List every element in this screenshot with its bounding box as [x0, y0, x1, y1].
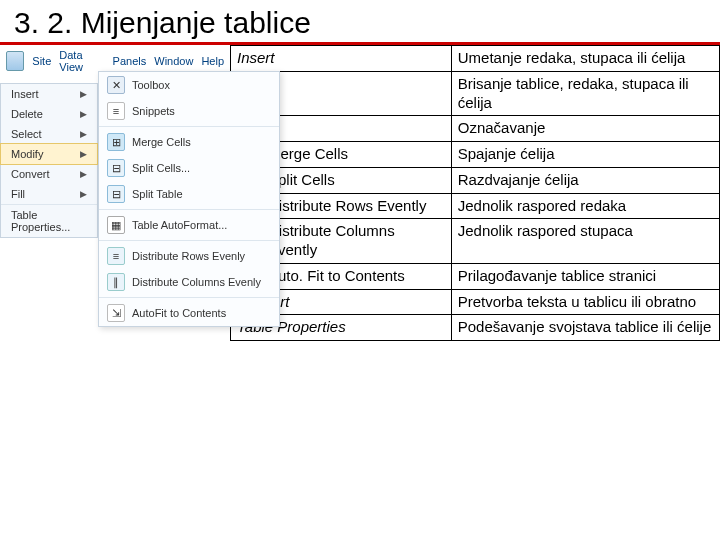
- menu-panels[interactable]: Panels: [113, 55, 147, 67]
- merge-cells-icon: ⊞: [107, 133, 125, 151]
- table-row: Split Cells Razdvajanje ćelija: [231, 167, 720, 193]
- submenu-modify: ✕Toolbox ≡Snippets ⊞Merge Cells ⊟Split C…: [98, 71, 280, 327]
- submenu-snippets[interactable]: ≡Snippets: [99, 98, 279, 124]
- desc-cell: Jednolik raspored redaka: [451, 193, 719, 219]
- chevron-right-icon: ▶: [80, 129, 87, 139]
- content: Site Data View Panels Window Help Insert…: [0, 45, 720, 341]
- table-icon: [6, 51, 24, 71]
- cmd-cell: Distribute Rows Evently: [262, 193, 452, 219]
- snippets-icon: ≡: [107, 102, 125, 120]
- submenu-split-table[interactable]: ⊟Split Table: [99, 181, 279, 207]
- table-row: Modify Merge Cells Spajanje ćelija: [231, 142, 720, 168]
- desc-cell: Brisanje tablice, redaka, stupaca ili će…: [451, 71, 719, 116]
- desc-cell: Pretvorba teksta u tablicu ili obratno: [451, 289, 719, 315]
- page-title: 3. 2. Mijenjanje tablice: [0, 0, 720, 45]
- menu-fill[interactable]: Fill▶: [1, 184, 97, 204]
- chevron-right-icon: ▶: [80, 109, 87, 119]
- chevron-right-icon: ▶: [80, 189, 87, 199]
- desc-cell: Razdvajanje ćelija: [451, 167, 719, 193]
- menu-help[interactable]: Help: [201, 55, 224, 67]
- cols-icon: ∥: [107, 273, 125, 291]
- menu-modify[interactable]: Modify▶: [0, 143, 98, 165]
- desc-cell: Umetanje redaka, stupaca ili ćelija: [451, 46, 719, 72]
- table-row: Auto. Fit to Contents Prilagođavanje tab…: [231, 263, 720, 289]
- desc-cell: Spajanje ćelija: [451, 142, 719, 168]
- cmd-cell: Insert: [231, 46, 452, 72]
- table-row: Insert Umetanje redaka, stupaca ili ćeli…: [231, 46, 720, 72]
- rows-icon: ≡: [107, 247, 125, 265]
- table-row: Select Označavanje: [231, 116, 720, 142]
- submenu-autoformat[interactable]: ▦Table AutoFormat...: [99, 212, 279, 238]
- desc-cell: Označavanje: [451, 116, 719, 142]
- chevron-right-icon: ▶: [80, 149, 87, 159]
- definitions-table: Insert Umetanje redaka, stupaca ili ćeli…: [230, 45, 720, 341]
- context-menu: Insert▶ Delete▶ Select▶ Modify▶ Convert▶…: [0, 83, 98, 238]
- table-row: Distribute Rows Evently Jednolik raspore…: [231, 193, 720, 219]
- chevron-right-icon: ▶: [80, 169, 87, 179]
- submenu-distribute-rows[interactable]: ≡Distribute Rows Evenly: [99, 243, 279, 269]
- autofit-icon: ⇲: [107, 304, 125, 322]
- menu-table-properties[interactable]: Table Properties...: [1, 205, 97, 237]
- menu-delete[interactable]: Delete▶: [1, 104, 97, 124]
- desc-cell: Podešavanje svojstava tablice ili ćelije: [451, 315, 719, 341]
- menu-site[interactable]: Site: [32, 55, 51, 67]
- submenu-merge-cells[interactable]: ⊞Merge Cells: [99, 129, 279, 155]
- cmd-cell: Merge Cells: [262, 142, 452, 168]
- menu-window[interactable]: Window: [154, 55, 193, 67]
- menu-insert[interactable]: Insert▶: [1, 84, 97, 104]
- screenshot-panel: Site Data View Panels Window Help Insert…: [0, 45, 230, 341]
- desc-cell: Jednolik raspored stupaca: [451, 219, 719, 264]
- split-table-icon: ⊟: [107, 185, 125, 203]
- menu-dataview[interactable]: Data View: [59, 49, 104, 73]
- chevron-right-icon: ▶: [80, 89, 87, 99]
- menu-convert[interactable]: Convert▶: [1, 164, 97, 184]
- submenu-distribute-cols[interactable]: ∥Distribute Columns Evenly: [99, 269, 279, 295]
- cmd-cell: Split Cells: [262, 167, 452, 193]
- split-cells-icon: ⊟: [107, 159, 125, 177]
- menu-select[interactable]: Select▶: [1, 124, 97, 144]
- submenu-toolbox[interactable]: ✕Toolbox: [99, 72, 279, 98]
- desc-cell: Prilagođavanje tablice stranici: [451, 263, 719, 289]
- table-autoformat-icon: ▦: [107, 216, 125, 234]
- table-row: Convert Pretvorba teksta u tablicu ili o…: [231, 289, 720, 315]
- cmd-cell: Auto. Fit to Contents: [262, 263, 452, 289]
- toolbox-icon: ✕: [107, 76, 125, 94]
- submenu-split-cells[interactable]: ⊟Split Cells...: [99, 155, 279, 181]
- cmd-cell: Distribute Columns Evently: [262, 219, 452, 264]
- table-row: Distribute Columns Evently Jednolik rasp…: [231, 219, 720, 264]
- table-row: Table Properties Podešavanje svojstava t…: [231, 315, 720, 341]
- table-row: Delete Brisanje tablice, redaka, stupaca…: [231, 71, 720, 116]
- submenu-autofit[interactable]: ⇲AutoFit to Contents: [99, 300, 279, 326]
